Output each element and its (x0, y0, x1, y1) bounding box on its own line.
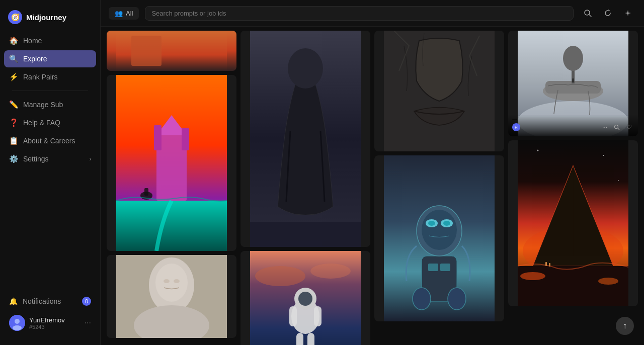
image-card-stone-face[interactable] (374, 31, 504, 151)
user-menu-dots[interactable]: ··· (85, 318, 91, 327)
gallery: H ··· ♡ (101, 27, 644, 345)
svg-point-2 (13, 325, 22, 330)
sidebar-item-about-careers[interactable]: 📋 About & Careers (4, 132, 96, 149)
sidebar-item-manage-sub[interactable]: ✏️ Manage Sub (4, 96, 96, 113)
bell-icon: 🔔 (9, 297, 18, 305)
explore-icon: 🔍 (9, 54, 18, 63)
sidebar-item-rank-pairs[interactable]: ⚡ Rank Pairs (4, 68, 96, 85)
help-icon: ❓ (9, 118, 18, 127)
svg-point-70 (618, 180, 619, 181)
about-icon: 📋 (9, 136, 18, 145)
search-input[interactable] (145, 6, 574, 21)
refresh-button[interactable] (600, 5, 616, 21)
sidebar-item-settings[interactable]: ⚙️ Settings › (4, 150, 96, 167)
image-card-astronaut[interactable] (240, 251, 370, 345)
all-filter-icon: 👥 (115, 10, 123, 17)
svg-line-4 (589, 15, 591, 17)
sidebar-item-settings-label: Settings (23, 155, 49, 163)
svg-point-56 (615, 125, 618, 129)
svg-point-64 (520, 272, 545, 280)
card-user-floating: H ··· ♡ (512, 122, 634, 132)
card-heart-button[interactable]: ♡ (624, 122, 634, 132)
user-name: YuriEfremov (29, 316, 80, 324)
topbar: 👥 All (101, 0, 644, 27)
sidebar-item-home-label: Home (23, 37, 42, 45)
svg-rect-67 (549, 263, 550, 267)
sidebar-item-rank-pairs-label: Rank Pairs (23, 73, 57, 81)
col-4: H ··· ♡ (508, 31, 638, 345)
all-filter-label: All (126, 10, 133, 17)
app-logo: 🧭 Midjourney (0, 6, 100, 32)
sidebar: 🧭 Midjourney 🏠 Home 🔍 Explore ⚡ Rank Pai… (0, 0, 101, 345)
sidebar-item-help-faq[interactable]: ❓ Help & FAQ (4, 114, 96, 131)
card-search-button[interactable] (612, 122, 622, 132)
svg-point-43 (443, 221, 450, 226)
avatar (9, 315, 25, 331)
app-name: Midjourney (26, 13, 66, 22)
svg-point-18 (155, 264, 188, 302)
col-2 (240, 31, 370, 345)
logo-icon: 🧭 (8, 10, 22, 24)
svg-point-19 (164, 279, 170, 283)
col-1 (107, 31, 236, 345)
svg-rect-12 (182, 128, 189, 150)
svg-rect-63 (518, 266, 628, 306)
notifications-item[interactable]: 🔔 Notifications 0 (4, 293, 96, 310)
svg-line-57 (618, 128, 619, 130)
sidebar-item-explore[interactable]: 🔍 Explore (4, 50, 96, 67)
search-button[interactable] (580, 5, 596, 21)
svg-point-20 (174, 279, 180, 283)
rank-pairs-icon: ⚡ (9, 72, 18, 81)
svg-rect-33 (307, 333, 314, 345)
svg-point-46 (413, 288, 431, 310)
svg-point-29 (298, 292, 312, 306)
notifications-badge: 0 (82, 297, 91, 306)
svg-rect-45 (440, 264, 450, 271)
image-card-robot[interactable] (374, 155, 504, 321)
col-3 (374, 31, 504, 345)
image-card-fantasy[interactable] (107, 75, 236, 251)
svg-point-1 (15, 319, 20, 324)
sidebar-item-home[interactable]: 🏠 Home (4, 32, 96, 49)
svg-point-22 (288, 48, 323, 89)
user-tag: #5243 (29, 324, 80, 330)
svg-point-42 (428, 221, 435, 226)
image-card-dark-robe[interactable] (240, 31, 370, 247)
svg-point-68 (603, 155, 604, 156)
nav-divider (12, 91, 88, 91)
sidebar-item-help-faq-label: Help & FAQ (23, 119, 60, 127)
user-profile[interactable]: YuriEfremov #5243 ··· (4, 311, 96, 335)
svg-rect-14 (144, 188, 148, 196)
all-filter-button[interactable]: 👥 All (109, 7, 139, 20)
sidebar-item-explore-label: Explore (23, 55, 47, 63)
svg-point-53 (563, 46, 583, 71)
image-card-white-bust[interactable] (107, 255, 236, 338)
svg-point-65 (598, 278, 618, 285)
card-dots-button[interactable]: ··· (600, 122, 610, 132)
svg-rect-66 (545, 262, 547, 266)
manage-sub-icon: ✏️ (9, 100, 18, 109)
svg-point-69 (537, 150, 539, 151)
scroll-up-button[interactable]: ↑ (616, 317, 634, 335)
sparkle-button[interactable] (620, 5, 636, 21)
svg-point-47 (448, 288, 466, 310)
sidebar-item-manage-sub-label: Manage Sub (23, 101, 63, 109)
home-icon: 🏠 (9, 36, 18, 45)
card-user-avatar-floating: H (512, 123, 520, 131)
svg-rect-54 (572, 78, 574, 82)
scroll-up-icon: ↑ (623, 321, 627, 330)
topbar-icons (580, 5, 636, 21)
card-tag-floating (512, 119, 517, 120)
user-info: YuriEfremov #5243 (29, 316, 80, 330)
svg-rect-32 (296, 333, 303, 345)
image-card-floating-island[interactable]: H ··· ♡ (508, 31, 638, 136)
image-card-top-scroll[interactable] (107, 31, 236, 71)
sidebar-nav: 🏠 Home 🔍 Explore ⚡ Rank Pairs ✏️ Manage … (0, 32, 100, 293)
svg-rect-31 (314, 306, 321, 326)
svg-point-39 (422, 210, 457, 250)
settings-icon: ⚙️ (9, 154, 18, 163)
svg-marker-8 (116, 201, 227, 251)
image-card-pyramid[interactable] (508, 140, 638, 306)
sidebar-item-about-careers-label: About & Careers (23, 137, 75, 145)
sidebar-bottom: 🔔 Notifications 0 YuriEfremov #5243 ··· (0, 293, 100, 339)
